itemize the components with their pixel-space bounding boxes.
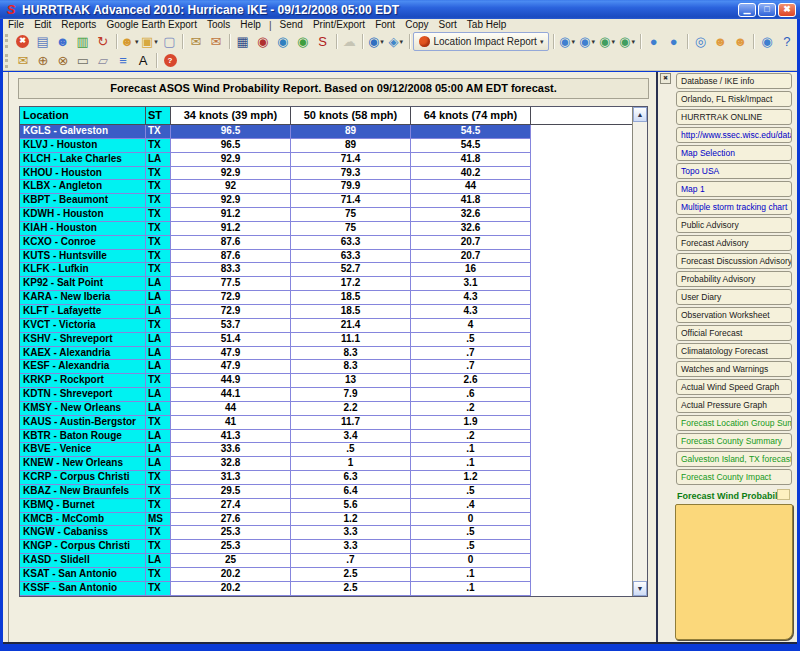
briefing-button[interactable]: ◎ xyxy=(690,32,710,51)
add-location-button[interactable]: ☻▾ xyxy=(119,32,139,51)
menu-item-google-earth-export[interactable]: Google Earth Export xyxy=(101,19,202,31)
column-header-location[interactable]: Location xyxy=(20,107,146,125)
export-stamp-button[interactable]: ⊕ xyxy=(33,51,53,70)
menu-item-sort[interactable]: Sort xyxy=(434,19,462,31)
export-user-stamp-button[interactable]: ⊗ xyxy=(53,51,73,70)
summary-report-button[interactable]: ◉▾ xyxy=(577,32,597,51)
county-report-button[interactable]: ◉▾ xyxy=(617,32,637,51)
group-report-button[interactable]: ◉▾ xyxy=(597,32,617,51)
table-row[interactable]: KUTS - HuntsvilleTX87.663.320.7 xyxy=(20,250,531,264)
notepad-button[interactable]: ▥ xyxy=(73,32,93,51)
table-row[interactable]: KNGP - Corpus ChristiTX25.33.3.5 xyxy=(20,540,531,554)
column-header-50-knots-58-mph[interactable]: 50 knots (58 mph) xyxy=(291,107,411,125)
close-button[interactable]: ✖ xyxy=(778,3,796,17)
sidebar-close-icon[interactable]: ✖ xyxy=(660,73,671,84)
open-storm-folder-button[interactable]: ▣▾ xyxy=(139,32,159,51)
table-row[interactable]: KBAZ - New BraunfelsTX29.56.4.5 xyxy=(20,485,531,499)
table-row[interactable]: KRKP - RockportTX44.9132.6 xyxy=(20,374,531,388)
refresh-button[interactable]: ↻ xyxy=(93,32,113,51)
globe-alert-button[interactable]: ◉ xyxy=(253,32,273,51)
table-row[interactable]: KBPT - BeaumontTX92.971.441.8 xyxy=(20,194,531,208)
table-row[interactable]: KESF - AlexandriaLA47.98.3.7 xyxy=(20,360,531,374)
column-header-34-knots-39-mph[interactable]: 34 knots (39 mph) xyxy=(171,107,291,125)
map-image-button[interactable]: ▦ xyxy=(233,32,253,51)
column-header-64-knots-74-mph[interactable]: 64 knots (74 mph) xyxy=(411,107,531,125)
sidebar-tab-topo-usa[interactable]: Topo USA xyxy=(676,163,792,179)
table-row[interactable]: KBTR - Baton RougeLA41.33.4.2 xyxy=(20,430,531,444)
menu-item-tools[interactable]: Tools xyxy=(202,19,235,31)
sidebar-tab-gripper[interactable] xyxy=(777,489,790,500)
google-earth-button[interactable]: ◈▾ xyxy=(386,32,406,51)
menu-item-print-export[interactable]: Print/Export xyxy=(308,19,370,31)
sidebar-tab-forecast-county-summary[interactable]: Forecast County Summary xyxy=(676,433,792,449)
table-row[interactable]: KNGW - CabanissTX25.33.3.5 xyxy=(20,526,531,540)
impact-report-button[interactable]: ◉▾ xyxy=(557,32,577,51)
mail-image-button[interactable]: ✉ xyxy=(206,32,226,51)
table-row[interactable]: KLFT - LafayetteLA72.918.54.3 xyxy=(20,305,531,319)
globe-ocean-button[interactable]: ◉ xyxy=(273,32,293,51)
maximize-button[interactable]: □ xyxy=(758,3,776,17)
sidebar-tab-forecast-county-impact[interactable]: Forecast County Impact xyxy=(676,469,792,485)
table-scrollbar[interactable]: ▲ ▼ xyxy=(632,107,647,596)
sidebar-tab-forecast-location-group-summary[interactable]: Forecast Location Group Summary xyxy=(676,415,792,431)
table-row[interactable]: KHOU - HoustonTX92.979.340.2 xyxy=(20,167,531,181)
v2-globe-button[interactable]: ◉ xyxy=(757,32,777,51)
sidebar-tab-database-ike-info[interactable]: Database / IKE info xyxy=(676,73,792,89)
new-document-button[interactable]: ▢ xyxy=(159,32,179,51)
sidebar-tab-forecast-discussion-advisory[interactable]: Forecast Discussion Advisory xyxy=(676,253,792,269)
table-row[interactable]: KSAT - San AntonioTX20.22.5.1 xyxy=(20,568,531,582)
export-word-button[interactable]: ≡ xyxy=(113,51,133,70)
globe-weather-button[interactable]: ◉ xyxy=(293,32,313,51)
menu-item-tab-help[interactable]: Tab Help xyxy=(462,19,511,31)
help-2-button[interactable]: ? xyxy=(160,51,180,70)
world-view-button[interactable]: ◉▾ xyxy=(366,32,386,51)
table-row[interactable]: KASD - SlidellLA25.70 xyxy=(20,554,531,568)
sidebar-tab-official-forecast[interactable]: Official Forecast xyxy=(676,325,792,341)
sidebar-tab-galveston-island-tx-forecast-detail[interactable]: Galveston Island, TX forecast detail xyxy=(676,451,792,467)
location-impact-report-button[interactable]: Location Impact Report▾ xyxy=(413,32,549,51)
scroll-down-icon[interactable]: ▼ xyxy=(633,581,647,596)
sidebar-tab-orlando-fl-risk-impact[interactable]: Orlando, FL Risk/Impact xyxy=(676,91,792,107)
table-row[interactable]: KLFK - LufkinTX83.352.716 xyxy=(20,263,531,277)
menu-item-edit[interactable]: Edit xyxy=(29,19,56,31)
sidebar-tab-user-diary[interactable]: User Diary xyxy=(676,289,792,305)
conference-2-button[interactable]: ☻ xyxy=(730,32,750,51)
sidebar-tab-watches-and-warnings[interactable]: Watches and Warnings xyxy=(676,361,792,377)
table-row[interactable]: KDTN - ShreveportLA44.17.9.6 xyxy=(20,388,531,402)
hurricane-symbol-button[interactable]: S xyxy=(313,32,333,51)
table-row[interactable]: KCXO - ConroeTX87.663.320.7 xyxy=(20,236,531,250)
menu-item-copy[interactable]: Copy xyxy=(400,19,433,31)
table-row[interactable]: KSHV - ShreveportLA51.411.1.5 xyxy=(20,333,531,347)
table-row[interactable]: KGLS - GalvestonTX96.58954.5 xyxy=(20,125,531,139)
table-row[interactable]: KVCT - VictoriaTX53.721.44 xyxy=(20,319,531,333)
sidebar-tab-map-1[interactable]: Map 1 xyxy=(676,181,792,197)
table-row[interactable]: KARA - New IberiaLA72.918.54.3 xyxy=(20,291,531,305)
copy-pages-button[interactable]: ▱ xyxy=(93,51,113,70)
sidebar-tab-probability-advisory[interactable]: Probability Advisory xyxy=(676,271,792,287)
sidebar-tab-public-advisory[interactable]: Public Advisory xyxy=(676,217,792,233)
web-post-2-button[interactable]: ● xyxy=(664,32,684,51)
menu-item-send[interactable]: Send xyxy=(275,19,308,31)
menu-item-reports[interactable]: Reports xyxy=(56,19,101,31)
table-row[interactable]: KLBX - AngletonTX9279.944 xyxy=(20,180,531,194)
table-row[interactable]: KAEX - AlexandriaLA47.98.3.7 xyxy=(20,347,531,361)
font-button[interactable]: A xyxy=(133,51,153,70)
table-row[interactable]: KIAH - HoustonTX91.27532.6 xyxy=(20,222,531,236)
table-row[interactable]: KMCB - McCombMS27.61.20 xyxy=(20,513,531,527)
sidebar-tab-climatatology-forecast[interactable]: Climatatology Forecast xyxy=(676,343,792,359)
table-row[interactable]: KP92 - Salt PointLA77.517.23.1 xyxy=(20,277,531,291)
sidebar-tab-forecast-wind-probability[interactable]: Forecast Wind Probability xyxy=(677,491,782,503)
sidebar-tab-actual-pressure-graph[interactable]: Actual Pressure Graph xyxy=(676,397,792,413)
scroll-up-icon[interactable]: ▲ xyxy=(633,107,647,122)
table-row[interactable]: KMSY - New OrleansLA442.2.2 xyxy=(20,402,531,416)
table-row[interactable]: KBVE - VeniceLA33.6.5.1 xyxy=(20,443,531,457)
table-row[interactable]: KBMQ - BurnetTX27.45.6.4 xyxy=(20,499,531,513)
menu-item-help[interactable]: Help xyxy=(235,19,266,31)
minimize-button[interactable]: ▁ xyxy=(738,3,756,17)
conference-button[interactable]: ☻ xyxy=(710,32,730,51)
email-report-button[interactable]: ✉ xyxy=(13,51,33,70)
sidebar-tab-map-selection[interactable]: Map Selection xyxy=(676,145,792,161)
user-profile-button[interactable]: ☻ xyxy=(53,32,73,51)
menu-item-font[interactable]: Font xyxy=(370,19,400,31)
web-post-button[interactable]: ● xyxy=(644,32,664,51)
